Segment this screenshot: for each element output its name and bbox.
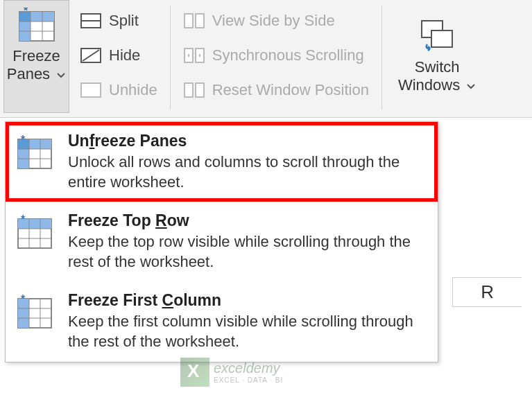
freeze-panes-button[interactable]: * Freeze Panes <box>3 0 69 113</box>
view-side-by-side-icon <box>183 10 205 32</box>
menu-item-title: Freeze Top Row <box>68 211 427 230</box>
menu-item-description: Keep the top row visible while scrolling… <box>68 232 427 272</box>
unhide-icon <box>80 79 102 101</box>
svg-text:*: * <box>24 8 28 17</box>
switch-windows-label: Switch Windows <box>398 58 476 95</box>
view-side-by-side-button: View Side by Side <box>183 4 369 37</box>
split-label: Split <box>109 12 139 30</box>
hide-button[interactable]: Hide <box>80 39 157 72</box>
split-button[interactable]: Split <box>80 4 157 37</box>
svg-rect-19 <box>196 83 204 97</box>
menu-item-title: Unfreeze Panes <box>68 132 427 150</box>
watermark-icon <box>180 358 209 387</box>
reset-window-position-button: Reset Window Position <box>183 73 369 107</box>
reset-window-position-label: Reset Window Position <box>212 81 369 99</box>
synchronous-scrolling-icon <box>183 44 205 67</box>
watermark: exceldemy EXCEL · DATA · BI <box>180 358 283 387</box>
unhide-button: Unhide <box>80 73 157 107</box>
freeze-panes-dropdown: * Unfreeze Panes Unlock all rows and col… <box>5 121 438 362</box>
menu-item-title: Freeze First Column <box>68 291 427 310</box>
unhide-label: Unhide <box>109 81 157 99</box>
split-icon <box>80 10 102 32</box>
svg-rect-13 <box>81 83 101 97</box>
watermark-title: exceldemy <box>214 360 283 376</box>
switch-windows-icon <box>418 17 456 53</box>
ribbon-window-column: View Side by Side Synchronous Scrolling … <box>176 0 376 111</box>
view-side-by-side-label: View Side by Side <box>212 12 335 30</box>
svg-rect-15 <box>196 14 204 28</box>
ribbon-window-group: * Freeze Panes Split Hide <box>0 0 532 118</box>
hide-icon <box>80 44 102 67</box>
freeze-top-row-menu-item[interactable]: * Freeze Top Row Keep the top row visibl… <box>6 202 438 281</box>
svg-rect-21 <box>431 30 452 47</box>
ribbon-separator <box>170 6 171 110</box>
synchronous-scrolling-button: Synchronous Scrolling <box>183 39 369 72</box>
svg-text:*: * <box>21 295 26 305</box>
unfreeze-panes-icon: * <box>17 135 53 171</box>
hide-label: Hide <box>109 46 140 64</box>
menu-item-description: Unlock all rows and columns to scroll th… <box>68 152 427 192</box>
ribbon-split-hide-column: Split Hide Unhide <box>73 0 164 111</box>
freeze-panes-icon: * <box>17 8 57 44</box>
chevron-down-icon <box>466 76 476 94</box>
synchronous-scrolling-label: Synchronous Scrolling <box>212 46 364 64</box>
unfreeze-panes-menu-item[interactable]: * Unfreeze Panes Unlock all rows and col… <box>6 122 438 202</box>
menu-item-description: Keep the first column visible while scro… <box>68 312 427 351</box>
svg-text:*: * <box>21 135 26 146</box>
switch-windows-button[interactable]: Switch Windows <box>388 0 486 111</box>
freeze-first-column-menu-item[interactable]: * Freeze First Column Keep the first col… <box>6 281 438 361</box>
freeze-first-column-icon: * <box>17 295 53 331</box>
watermark-subtitle: EXCEL · DATA · BI <box>214 376 283 384</box>
freeze-panes-label: Freeze Panes <box>7 47 67 84</box>
ribbon-separator <box>381 6 382 110</box>
chevron-down-icon <box>56 65 66 83</box>
svg-rect-14 <box>185 14 193 28</box>
svg-rect-18 <box>185 83 193 97</box>
freeze-top-row-icon: * <box>17 215 53 251</box>
svg-text:*: * <box>21 215 26 225</box>
reset-window-position-icon <box>183 79 205 101</box>
column-header-r[interactable]: R <box>452 277 522 307</box>
